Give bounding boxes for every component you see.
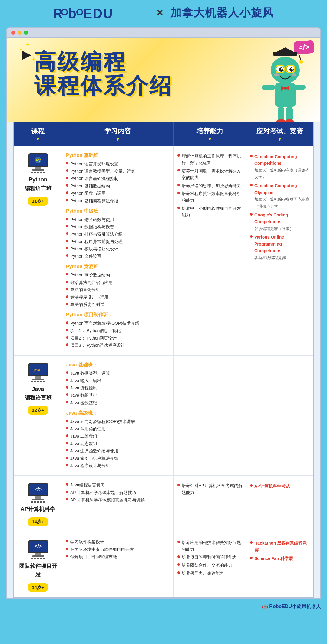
- course-name-python: Python编程语言班: [25, 175, 52, 193]
- svg-rect-27: [262, 85, 275, 90]
- exam-item: Canadian Computing Competitions加拿大计算机编程竞…: [250, 153, 309, 181]
- svg-text:</>: </>: [35, 487, 42, 492]
- ability-item: 理解计算机的工作原理：程序执行、数字化运算: [177, 153, 243, 166]
- bullet-item: 项目3： Python游戏程序设计: [66, 342, 170, 349]
- course-name-ap: AP计算机科学: [21, 505, 55, 514]
- bullet-item: Java 动态数组: [66, 440, 170, 447]
- section-title: Java 高级班：: [66, 409, 170, 417]
- bullet-item: 算法程序设计与运用: [66, 294, 170, 301]
- bullet-item: Java编程语言复习: [66, 482, 170, 488]
- brand-roboedu: R b EDU: [53, 6, 154, 19]
- table-row: ·java Java编程语言班 12岁+: [14, 356, 313, 476]
- svg-point-16: [281, 68, 283, 70]
- svg-marker-8: [272, 47, 299, 54]
- bullet-item: Java 面向对象编程(OOP)技术讲解: [66, 418, 170, 425]
- bullet-item: 锻炼项目、时间管理技能: [66, 553, 170, 560]
- bullet-item: AP 计算机科学考试审题、解题技巧: [66, 489, 170, 496]
- svg-text:EDU: EDU: [83, 6, 113, 21]
- ability-item: 培养项目管理和时间管理能力: [177, 554, 243, 561]
- bullet-item: Python 函数与调用: [66, 190, 170, 197]
- content-cell-python: Python 基础班： Python 语言开发环境设置 Python 语言数据类…: [62, 146, 174, 355]
- age-badge-python: 11岁+: [28, 197, 48, 206]
- bullet-item: 学习软件构架设计: [66, 538, 170, 545]
- bullet-item: Python 基础编程算法介绍: [66, 197, 170, 204]
- ability-item: 培养领导力、表达能力: [177, 570, 243, 577]
- hero-area: ✦ ✦ ✦ </> ▶ 高级编程 课程体系介绍: [7, 38, 320, 122]
- ability-cell-java: [174, 356, 246, 475]
- ability-cell-ap: 培养针对AP计算机科学考试的解题能力: [174, 476, 246, 532]
- exam-cell-team: Hackathon 黑客创意编程竞赛 Science Fair 科学展: [246, 532, 313, 597]
- age-badge-java: 12岁+: [28, 406, 48, 415]
- bullet-item: Python 排序与索引算法介绍: [66, 231, 170, 237]
- bullet-item: Java 数组基础: [66, 392, 170, 398]
- browser-dot-yellow: [18, 31, 22, 35]
- svg-point-11: [271, 57, 300, 83]
- col-header-ability: 培养能力 ▼: [174, 122, 246, 146]
- hero-title-block: ▶ 高级编程 课程体系介绍: [34, 50, 172, 98]
- svg-point-26: [284, 87, 287, 90]
- ability-item: 培养团队合作、交流的能力: [177, 562, 243, 568]
- course-cell-ap: </> AP计算机科学 14岁+: [14, 476, 62, 532]
- svg-line-9: [299, 54, 301, 61]
- svg-text:</>: </>: [35, 544, 42, 549]
- table-header: 课程 ▼ 学习内容 ▼ 培养能力 ▼ 应对考试、竞赛 ▼: [14, 122, 313, 146]
- svg-point-32: [285, 119, 294, 122]
- course-name-team: 团队软件项目开发: [18, 562, 58, 579]
- browser-dot-red: [11, 31, 15, 35]
- svg-point-21: [274, 73, 279, 76]
- svg-point-31: [276, 119, 286, 122]
- footer: 🤖 RoboEDU小旋风机器人: [0, 599, 327, 614]
- ability-item: 培养针对问题、需求设计解决方案的能力: [177, 168, 243, 181]
- course-icon-python: Py: [28, 153, 48, 173]
- course-cell-team: </> 团队软件项目开发 14岁+: [14, 532, 62, 597]
- ability-item: 培养对程序执行效率做量化分析的能力: [177, 190, 243, 204]
- header-subtitle: 加拿大机器人小旋风: [170, 6, 274, 19]
- bullet-item: Python 语言数据类型、变量、运算: [66, 168, 170, 174]
- bullet-item: 在团队环境中参与软件项目的开发: [66, 546, 170, 553]
- course-cell-java: ·java Java编程语言班 12岁+: [14, 356, 62, 475]
- svg-text:·java: ·java: [33, 368, 40, 372]
- course-icon-ap: </>: [28, 483, 48, 503]
- hero-title-line1: 高级编程: [34, 50, 172, 74]
- content-cell-ap: Java编程语言复习 AP 计算机科学考试审题、解题技巧 AP 计算机科学考试模…: [62, 476, 174, 532]
- ability-item: 培养中、小型的软件项目的开发能力: [177, 205, 243, 219]
- exam-item: AP计算机科学考试: [250, 483, 309, 490]
- exam-item: Canadian Computing Olympiac加拿大计算机编程奥林匹克竞…: [250, 182, 309, 210]
- table-row: </> AP计算机科学 14岁+ Ja: [14, 476, 313, 532]
- svg-point-5: [78, 10, 82, 14]
- svg-point-2: [62, 10, 67, 14]
- top-header: R b EDU × 加拿大机器人小旋风: [0, 0, 327, 24]
- bullet-item: Java 输入、输出: [66, 377, 170, 384]
- bullet-item: Python 语言开发环境设置: [66, 161, 170, 167]
- cursor-icon: ▶: [22, 48, 31, 61]
- exam-cell-ap: AP计算机科学考试: [246, 476, 313, 532]
- ability-cell-python: 理解计算机的工作原理：程序执行、数字化运算 培养针对问题、需求设计解决方案的能力…: [174, 146, 246, 355]
- svg-point-17: [291, 68, 293, 70]
- svg-text:b: b: [68, 6, 77, 21]
- bullet-item: AP 计算机科学考试模拟真题练习与讲解: [66, 496, 170, 503]
- bullet-item: Python 文件读写: [66, 253, 170, 259]
- bullet-item: 算法的系统性测试: [66, 301, 170, 308]
- header-brand-title: R b EDU × 加拿大机器人小旋风: [6, 5, 321, 21]
- bullet-item: Python 语言基础流程控制: [66, 175, 170, 182]
- course-name-java: Java编程语言班: [25, 385, 52, 402]
- section-title: Python 基础班：: [66, 151, 170, 159]
- svg-rect-28: [292, 85, 306, 90]
- exam-item: Various Online Programming Competitions各…: [250, 234, 309, 261]
- bullet-item: Python 进阶函数与使用: [66, 216, 170, 223]
- exam-item: Science Fair 科学展: [250, 555, 309, 562]
- bullet-item: Python 程序异常捕捉与处理: [66, 238, 170, 245]
- age-badge-ap: 14岁+: [28, 517, 48, 526]
- hero-title-line2: 课程体系介绍: [34, 74, 172, 98]
- ability-cell-team: 培养应用编程技术解决实际问题的能力 培养项目管理和时间管理能力 培养团队合作、交…: [174, 532, 246, 597]
- col-header-course: 课程 ▼: [14, 122, 62, 146]
- bullet-item: Java 常用类的使用: [66, 425, 170, 432]
- svg-text:Py: Py: [36, 158, 41, 162]
- bullet-item: Python 模块与模块化设计: [66, 246, 170, 252]
- bullet-item: Java 程序设计与分析: [66, 462, 170, 469]
- exam-cell-python: Canadian Computing Competitions加拿大计算机编程竞…: [246, 146, 313, 355]
- content-cell-java: Java 基础班： Java 数据类型、运算 Java 输入、输出 Java 流…: [62, 356, 174, 475]
- course-cell-python: Py Python编程语言班 11岁+: [14, 146, 62, 355]
- table-row: Py Python编程语言班 11岁+: [14, 146, 313, 356]
- table-row: </> 团队软件项目开发 14岁+ 学: [14, 532, 313, 597]
